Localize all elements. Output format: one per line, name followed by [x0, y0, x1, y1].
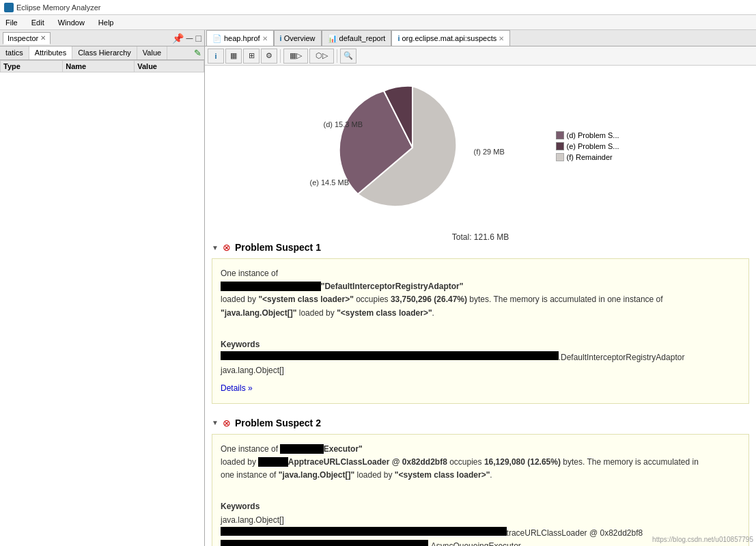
toolbar-barchart-btn[interactable]: ▦ [225, 49, 242, 64]
suspect-2-error-icon: ⊗ [223, 418, 231, 428]
chart-label-d: (d) 15.3 MB [324, 120, 363, 128]
maximize-icon[interactable]: □ [196, 33, 201, 44]
default-report-label: default_report [339, 34, 386, 42]
heap-hprof-close[interactable]: ✕ [262, 35, 268, 42]
content-area: (d) 15.3 MB (e) 14.5 MB (f) 29 MB (d) Pr… [205, 66, 756, 546]
app-title: Eclipse Memory Analyzer [16, 3, 101, 12]
toolbar-gear-btn[interactable]: ⚙ [261, 49, 277, 64]
suspect-1-keyword1-suffix: .DefaultInterceptorRegistryAdaptor [559, 353, 685, 362]
tab-default-report[interactable]: 📊 default_report [322, 30, 392, 46]
add-column-icon[interactable]: ✎ [191, 46, 204, 59]
pie-chart: (d) 15.3 MB (e) 14.5 MB (f) 29 MB [303, 79, 549, 216]
main-content: (d) 15.3 MB (e) 14.5 MB (f) 29 MB (d) Pr… [205, 66, 756, 546]
panel-tab-icons: 📌 ─ □ [172, 33, 201, 44]
app-icon [4, 3, 14, 12]
suspect-2-keywords-label: Keywords [221, 500, 740, 513]
suspect-1-loaded-by2: "<system class loader>" [337, 308, 432, 318]
suspect-2-loaded-by2: "<system class loader>" [395, 470, 490, 480]
suspect-1-class-redacted [221, 282, 321, 291]
tab-heap-hprof[interactable]: 📄 heap.hprof ✕ [206, 30, 274, 46]
suspect-1-title: Problem Suspect 1 [235, 242, 321, 253]
suspect-2-keyword2-suffix: traceURLClassLoader @ 0x82dd2bf8 [507, 528, 643, 538]
legend-item-d: (d) Problem S... [556, 131, 652, 139]
suspects-icon: i [397, 34, 400, 42]
legend-color-d [556, 131, 564, 139]
chart-label-e: (e) 14.5 MB [310, 178, 349, 187]
suspect-2-box: One instance of Executor" loaded by Appt… [212, 434, 749, 546]
toolbar-export2-btn[interactable]: ⬡▷ [309, 49, 334, 64]
overview-label: Overview [284, 34, 316, 42]
suspect-1-collapse-icon[interactable]: ▼ [212, 244, 219, 251]
menu-help[interactable]: Help [96, 18, 117, 27]
right-panel: 📄 heap.hprof ✕ i Overview 📊 default_repo… [205, 30, 756, 546]
tab-suspects[interactable]: i org.eclipse.mat.api:suspects ✕ [391, 30, 510, 46]
suspect-2-collapse-icon[interactable]: ▼ [212, 419, 219, 426]
toolbar-sep2 [337, 49, 337, 63]
menu-edit[interactable]: Edit [29, 18, 47, 27]
suspect-1-header[interactable]: ▼ ⊗ Problem Suspect 1 [212, 242, 749, 253]
watermark: https://blog.csdn.net/u010857795 [652, 536, 753, 543]
suspect-2-keyword3-redacted [221, 540, 428, 546]
tab-attributes[interactable]: Attributes [29, 46, 72, 59]
menu-bar: File Edit Window Help [0, 15, 756, 30]
inspector-close-icon[interactable]: ✕ [40, 34, 46, 42]
legend-label-e: (e) Problem S... [567, 142, 619, 150]
suspect-section-1: ▼ ⊗ Problem Suspect 1 One instance of "D… [212, 242, 749, 404]
suspect-2-class-end: Executor" [324, 444, 363, 454]
legend-color-f [556, 153, 564, 161]
attributes-table: Type Name Value [0, 60, 204, 546]
suspect-1-keyword1-redacted [221, 351, 559, 360]
inspector-tab-bar: Inspector ✕ 📌 ─ □ [0, 30, 204, 46]
suspects-close[interactable]: ✕ [499, 35, 504, 42]
col-name: Name [63, 61, 135, 72]
heap-hprof-label: heap.hprof [224, 34, 260, 42]
suspect-2-header[interactable]: ▼ ⊗ Problem Suspect 2 [212, 418, 749, 428]
suspect-1-occupies: 33,750,296 (26.47%) [391, 295, 467, 304]
chart-label-f: (f) 29 MB [474, 148, 505, 156]
suspects-label: org.eclipse.mat.api:suspects [402, 34, 496, 42]
legend-item-f: (f) Remainder [556, 153, 652, 161]
report-icon: 📊 [328, 34, 337, 43]
menu-window[interactable]: Window [55, 18, 87, 27]
overview-icon: i [280, 34, 282, 42]
toolbar-info-btn[interactable]: i [208, 49, 224, 64]
toolbar-table-btn[interactable]: ⊞ [243, 49, 260, 64]
col-value: Value [135, 61, 204, 72]
tab-value[interactable]: Value [137, 46, 167, 59]
inspector-label: Inspector [8, 34, 38, 42]
inspector-tab[interactable]: Inspector ✕ [3, 32, 51, 44]
suspect-1-error-icon: ⊗ [223, 242, 231, 253]
left-panel: Inspector ✕ 📌 ─ □ tatics Attributes Clas… [0, 30, 205, 546]
chart-area: (d) 15.3 MB (e) 14.5 MB (f) 29 MB (d) Pr… [212, 72, 749, 230]
suspect-1-keyword2: java.lang.Object[] [221, 366, 284, 375]
tab-overview[interactable]: i Overview [274, 30, 322, 46]
menu-file[interactable]: File [3, 18, 20, 27]
tab-class-hierarchy[interactable]: Class Hierarchy [72, 46, 137, 59]
suspect-2-keyword2-redacted [221, 527, 507, 536]
legend-label-d: (d) Problem S... [567, 131, 619, 139]
title-bar: Eclipse Memory Analyzer [0, 0, 756, 15]
legend-item-e: (e) Problem S... [556, 142, 652, 150]
suspect-2-desc-prefix: One instance of [221, 444, 278, 454]
tab-statistics[interactable]: tatics [0, 46, 29, 59]
pin-icon[interactable]: 📌 [172, 33, 184, 44]
toolbar-search-btn[interactable]: 🔍 [340, 49, 356, 64]
suspect-1-loaded-by: "<system class loader>" [258, 295, 353, 304]
main-layout: Inspector ✕ 📌 ─ □ tatics Attributes Clas… [0, 30, 756, 546]
suspect-1-box: One instance of "DefaultInterceptorRegis… [212, 258, 749, 404]
suspect-2-title: Problem Suspect 2 [235, 418, 321, 428]
right-tab-bar: 📄 heap.hprof ✕ i Overview 📊 default_repo… [205, 30, 756, 46]
suspect-1-class-name: "DefaultInterceptorRegistryAdaptor" [321, 282, 464, 291]
legend-color-e [556, 142, 564, 150]
suspect-2-keyword3-suffix: .AsyncQueueingExecutor [428, 541, 520, 546]
suspect-1-desc-prefix: One instance of [221, 269, 278, 278]
suspect-2-keyword1: java.lang.Object[] [221, 515, 284, 525]
toolbar-export-btn[interactable]: ▦▷ [283, 49, 308, 64]
minimize-icon[interactable]: ─ [186, 33, 193, 44]
heap-hprof-icon: 📄 [212, 34, 222, 43]
suspect-1-object-array: "java.lang.Object[]" [221, 308, 296, 318]
chart-total: Total: 121.6 MB [212, 232, 749, 242]
chart-legend: (d) Problem S... (e) Problem S... (f) Re… [549, 124, 658, 171]
toolbar-sep1 [280, 49, 281, 63]
suspect-1-details-link[interactable]: Details » [221, 382, 253, 395]
